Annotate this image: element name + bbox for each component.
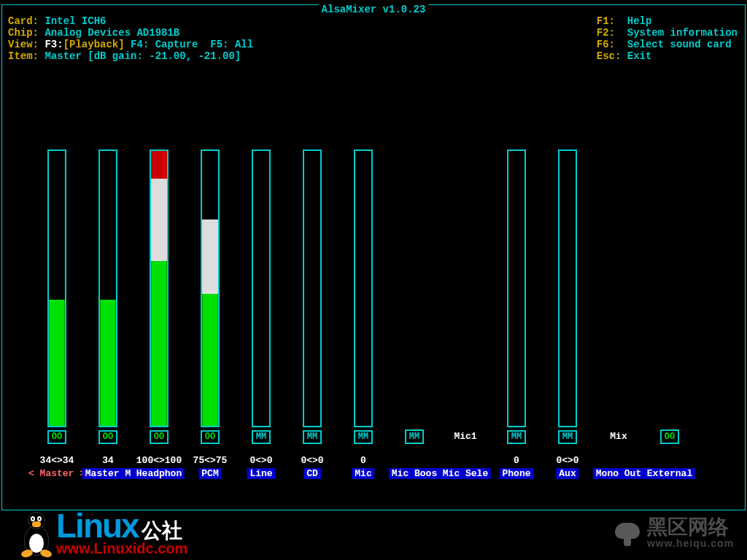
tux-icon (18, 512, 55, 556)
help-keys: F1: Help F2: System information F6: Sele… (597, 15, 738, 62)
esc-text[interactable]: Exit (627, 50, 652, 62)
all-view[interactable]: F5: All (210, 39, 253, 50)
card-value: Intel ICH6 (44, 15, 106, 27)
channel-label[interactable]: Mic (352, 468, 374, 479)
volume-bar[interactable] (558, 149, 577, 427)
volume-bar[interactable] (98, 149, 117, 427)
channel-value: 75<>75 (193, 455, 228, 466)
channel-label[interactable]: Mono Out (593, 468, 644, 479)
channel-aux[interactable]: MM0<>0Aux (557, 149, 578, 444)
mute-toggle[interactable]: OO (660, 429, 679, 444)
logo-url: www.Linuxidc.com (56, 541, 187, 556)
channel-external[interactable]: OOExternal (659, 149, 681, 444)
mixer-channels: OO34<>34< Master >OO34Master MOO100<>100… (46, 149, 738, 444)
channel-value: 0 (360, 455, 366, 466)
mute-toggle[interactable]: OO (150, 430, 169, 444)
watermark-right: 黑区网络 www.heiqu.com (614, 517, 734, 550)
channel-value: 34<>34 (40, 455, 74, 466)
volume-bar[interactable] (47, 149, 66, 427)
mute-toggle[interactable]: OO (47, 430, 66, 444)
mute-toggle[interactable]: MM (303, 430, 322, 444)
logo-brand: Linux (56, 509, 139, 542)
channel-label[interactable]: PCM (198, 468, 221, 479)
channel-mic-sele[interactable]: Mic1Mic Sele (454, 149, 476, 444)
view-label: View: (8, 39, 39, 50)
heiqu-cn: 黑区网络 (647, 517, 734, 537)
volume-bar[interactable] (303, 149, 322, 427)
chip-label: Chip: (8, 27, 39, 39)
mute-toggle[interactable]: MM (354, 430, 373, 444)
mute-toggle[interactable]: MM (252, 430, 271, 444)
channel-label[interactable]: Headphon (133, 468, 185, 479)
f6-text[interactable]: Select sound card (627, 39, 732, 50)
volume-bar[interactable] (507, 149, 526, 427)
mute-toggle[interactable]: MM (558, 430, 577, 444)
channel-label[interactable]: Aux (556, 468, 578, 479)
mute-toggle[interactable]: MM (405, 429, 424, 444)
channel-line[interactable]: MM0<>0Line (250, 149, 272, 444)
channel-label[interactable]: External (644, 468, 695, 479)
mushroom-icon (614, 520, 641, 548)
mute-toggle[interactable]: OO (98, 430, 117, 444)
channel-label[interactable]: CD (303, 468, 321, 479)
channel-value: 0<>0 (249, 455, 272, 466)
item-value: Master [dB gain: -21.00, -21.00] (44, 50, 241, 62)
channel-value: 0 (514, 455, 519, 466)
card-label: Card: (8, 15, 39, 27)
channel-label[interactable]: Mic Boos (389, 468, 440, 479)
mute-toggle[interactable]: OO (201, 430, 220, 444)
volume-bar[interactable] (150, 149, 169, 427)
f2-key: F2: (597, 27, 615, 39)
playback-view[interactable]: [Playback] (63, 39, 125, 50)
item-label: Item: (8, 50, 39, 62)
f6-key: F6: (597, 39, 615, 50)
channel-value: 0<>0 (301, 455, 323, 466)
volume-bar[interactable] (354, 149, 373, 427)
mute-toggle[interactable]: MM (507, 430, 526, 444)
esc-key: Esc: (597, 50, 622, 62)
chip-value: Analog Devices AD1981B (44, 27, 179, 39)
channel-phone[interactable]: MM0Phone (506, 149, 527, 444)
channel-cd[interactable]: MM0<>0CD (301, 149, 323, 444)
channel-pcm[interactable]: OO75<>75PCM (199, 149, 221, 444)
f2-text[interactable]: System information (627, 27, 738, 39)
app-frame: AlsaMixer v1.0.23 Card: Intel ICH6 Chip:… (1, 4, 746, 510)
channel-label[interactable]: < Master > (26, 468, 88, 479)
heiqu-url: www.heiqu.com (647, 537, 734, 550)
app-title: AlsaMixer v1.0.23 (319, 4, 429, 15)
channel-label[interactable]: Master M (82, 468, 133, 479)
channel-value: 100<>100 (136, 455, 182, 466)
channel-mic[interactable]: MM0Mic (352, 149, 374, 444)
channel-label[interactable]: Mic Sele (440, 468, 491, 479)
f1-key: F1: (597, 15, 615, 27)
channel-headphon[interactable]: OO100<>100Headphon (148, 149, 170, 444)
capture-view[interactable]: F4: Capture (131, 39, 198, 50)
channel-label[interactable]: Line (247, 468, 275, 479)
channel-mic-boos[interactable]: MMMic Boos (403, 149, 425, 444)
volume-bar[interactable] (252, 149, 271, 427)
channel-label[interactable]: Phone (499, 468, 533, 479)
channel-master-m[interactable]: OO34Master M (97, 149, 119, 444)
watermark-left: Linux 公社 www.Linuxidc.com (18, 509, 187, 556)
logo-cn: 公社 (142, 521, 182, 541)
channel-master[interactable]: OO34<>34< Master > (46, 149, 68, 444)
f3-key: F3: (44, 39, 63, 50)
f1-text[interactable]: Help (627, 15, 652, 27)
volume-bar[interactable] (201, 149, 220, 427)
channel-value: 0<>0 (556, 455, 578, 466)
enum-value[interactable]: Mic1 (454, 428, 476, 444)
header-info: Card: Intel ICH6 Chip: Analog Devices AD… (8, 15, 253, 62)
channel-mono-out[interactable]: MixMono Out (608, 149, 630, 444)
channel-value: 34 (102, 455, 114, 466)
enum-value[interactable]: Mix (610, 428, 627, 444)
